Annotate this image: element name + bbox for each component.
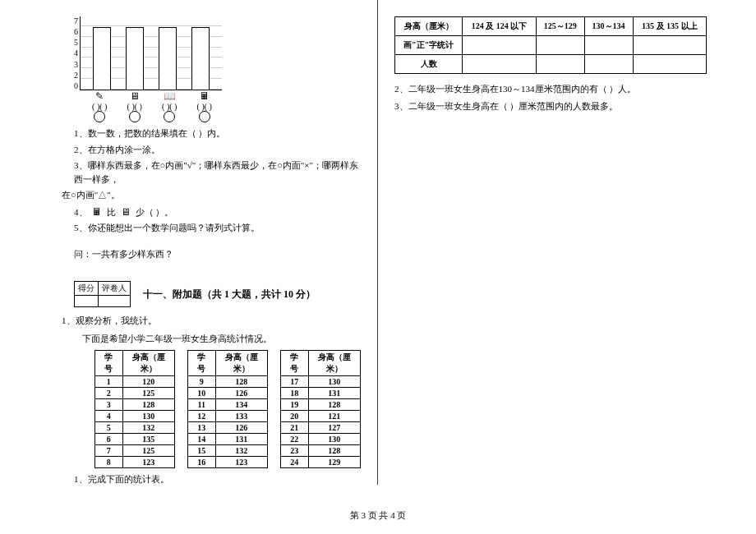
result-cell: [536, 36, 584, 55]
grader-cell: [99, 296, 131, 307]
th-id: 学号: [188, 351, 216, 376]
question-2: 2、在方格内涂一涂。: [74, 143, 361, 157]
table-row: 19128: [281, 399, 361, 411]
page-footer: 第 3 页 共 4 页: [0, 485, 756, 522]
table-row: 8123: [95, 457, 175, 468]
circle-3: [164, 111, 175, 122]
result-c3: 130～134: [584, 17, 633, 36]
table-row: 22130: [281, 434, 361, 445]
calculator-icon: 🖩: [90, 205, 104, 216]
page-columns: 0 2 3 4 5 6 7 ✎ 🖥 📖 �: [0, 0, 756, 485]
ytick: 7: [74, 16, 78, 25]
table-row: 7125: [95, 445, 175, 457]
result-cell: [584, 36, 633, 55]
result-cell: [633, 55, 706, 74]
result-cell: [536, 55, 584, 74]
table-row: 14131: [188, 434, 268, 445]
student-table-3: 学号身高（厘米） 17130 18131 19128 20121 21127 2…: [280, 350, 361, 468]
bar-1: [93, 27, 111, 90]
chart-area: 0 2 3 4 5 6 7: [74, 16, 222, 90]
chart-labels-row: ( )( ) ( )( ) ( )( ) ( )( ): [74, 102, 222, 111]
score-table: 得分 评卷人: [74, 281, 131, 307]
score-header-grader: 评卷人: [99, 282, 131, 296]
ytick: 5: [74, 38, 78, 47]
chart-icons-row: ✎ 🖥 📖 🖩: [74, 90, 222, 102]
right-q2: 2、二年级一班女生身高在130～134厘米范围内的有（ ）人。: [394, 82, 740, 97]
pencil-icon: ✎: [92, 90, 107, 102]
table-row: 15132: [188, 445, 268, 457]
table-row: 9128: [188, 376, 268, 388]
result-cell: [463, 55, 536, 74]
ytick: 6: [74, 27, 78, 36]
book-icon: 📖: [162, 90, 177, 102]
result-r1: 画"正"字统计: [395, 36, 463, 55]
circle-1: [94, 111, 105, 122]
result-cell: [584, 55, 633, 74]
bar-4: [191, 27, 210, 90]
bar-2: [126, 27, 144, 90]
th-id: 学号: [281, 351, 309, 376]
result-c2: 125～129: [536, 17, 584, 36]
score-section-row: 得分 评卷人 十一、附加题（共 1 大题，共计 10 分）: [74, 281, 361, 307]
result-r2: 人数: [395, 55, 463, 74]
table-row: 5132: [95, 422, 175, 434]
q4-prefix: 4、: [74, 207, 88, 217]
s11-q1: 1、观察分析，我统计。: [62, 314, 361, 329]
question-5: 5、你还能想出一个数学问题吗？请列式计算。: [74, 221, 361, 235]
q4-mid: 比: [107, 207, 116, 217]
table-row: 18131: [281, 388, 361, 399]
chart-plot: [80, 16, 222, 90]
th-id: 学号: [95, 351, 123, 376]
section-11-title: 十一、附加题（共 1 大题，共计 10 分）: [143, 288, 316, 302]
question-1: 1、数一数，把数的结果填在（ ）内。: [74, 127, 361, 140]
label-4: ( )( ): [197, 102, 212, 111]
score-cell: [75, 296, 99, 307]
result-cell: [633, 36, 706, 55]
right-q3: 3、二年级一班女生身高在（ ）厘米范围内的人数最多。: [394, 99, 740, 114]
ytick: 0: [74, 81, 78, 90]
table-row: 10126: [188, 388, 268, 399]
right-column: 身高（厘米） 124 及 124 以下 125～129 130～134 135 …: [378, 0, 756, 485]
result-h1: 身高（厘米）: [395, 17, 463, 36]
circle-4: [199, 111, 210, 122]
circle-2: [129, 111, 141, 122]
result-table: 身高（厘米） 124 及 124 以下 125～129 130～134 135 …: [394, 16, 707, 74]
computer-icon: 🖥: [127, 90, 142, 102]
question-4: 4、 🖩 比 🖥 少（ ）。: [74, 205, 361, 219]
s11-q1-1: 1、完成下面的统计表。: [74, 472, 361, 487]
calculator-icon: 🖩: [197, 90, 212, 102]
s11-q1-sub: 下面是希望小学二年级一班女生身高统计情况。: [82, 332, 361, 347]
label-1: ( )( ): [92, 102, 107, 111]
table-row: 4130: [95, 411, 175, 422]
result-cell: [463, 36, 536, 55]
chart-circles-row: [74, 111, 222, 122]
label-2: ( )( ): [127, 102, 142, 111]
q4-suffix: 少（ ）。: [136, 207, 174, 217]
ytick: 3: [74, 60, 78, 69]
student-table-1: 学号身高（厘米） 1120 2125 3128 4130 5132 6135 7…: [94, 350, 175, 468]
table-row: 12133: [188, 411, 268, 422]
table-row: 13126: [188, 422, 268, 434]
table-row: 1120: [95, 376, 175, 388]
student-table-2: 学号身高（厘米） 9128 10126 11134 12133 13126 14…: [187, 350, 268, 468]
table-row: 24129: [281, 457, 361, 468]
bar-chart: 0 2 3 4 5 6 7 ✎ 🖥 📖 �: [74, 16, 222, 122]
student-height-tables: 学号身高（厘米） 1120 2125 3128 4130 5132 6135 7…: [94, 350, 361, 468]
table-row: 23128: [281, 445, 361, 457]
y-axis: 0 2 3 4 5 6 7: [74, 16, 80, 90]
table-row: 20121: [281, 411, 361, 422]
table-row: 3128: [95, 399, 175, 411]
table-row: 21127: [281, 422, 361, 434]
table-row: 17130: [281, 376, 361, 388]
table-row: 6135: [95, 434, 175, 445]
question-5-answer: 问：一共有多少样东西？: [74, 247, 361, 261]
label-3: ( )( ): [162, 102, 177, 111]
score-header-score: 得分: [75, 282, 99, 296]
th-height: 身高（厘米）: [308, 351, 360, 376]
table-row: 2125: [95, 388, 175, 399]
ytick: 4: [74, 48, 78, 58]
table-row: 11134: [188, 399, 268, 411]
th-height: 身高（厘米）: [122, 351, 174, 376]
left-column: 0 2 3 4 5 6 7 ✎ 🖥 📖 �: [0, 0, 378, 485]
ytick: 2: [74, 71, 78, 80]
